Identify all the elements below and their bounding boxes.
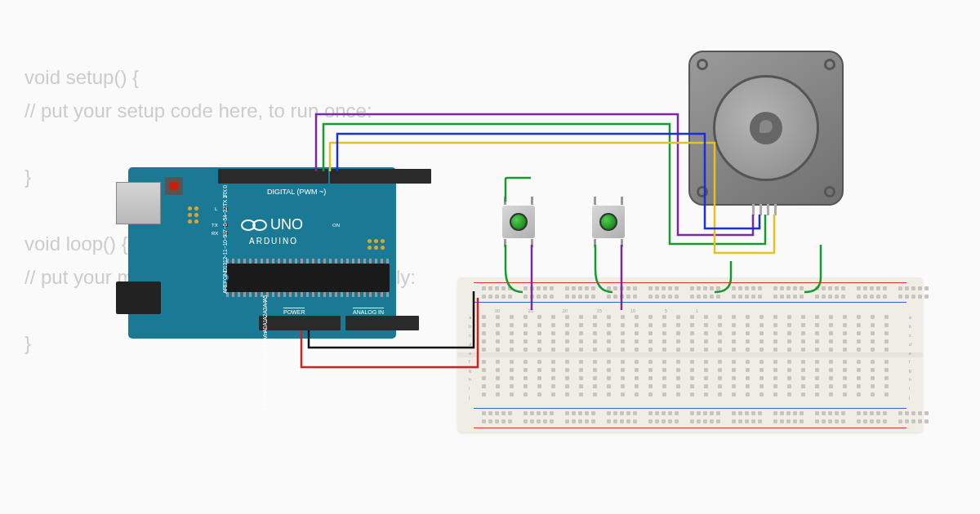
power-analog-pin-labels: IOREFRESET3.3V5VGNDGNDVinA0A1A2A3A4A5 — [261, 295, 268, 411]
breadboard-row-letters: fghij — [909, 359, 911, 400]
power-label: POWER — [283, 308, 305, 315]
icsp2-header-icon — [188, 206, 198, 224]
motor-mount-hole-icon — [697, 186, 708, 197]
rx-led-label: RX — [212, 231, 218, 236]
button-leg-icon — [531, 197, 533, 205]
motor-shaft-icon — [750, 112, 782, 144]
ground-rail-line — [474, 408, 906, 409]
button-leg-icon — [594, 197, 596, 205]
wire-btn1-sig[interactable] — [506, 178, 531, 202]
digital-pin-header-2[interactable] — [330, 169, 431, 184]
breadboard-row-letters: fghij — [469, 359, 471, 400]
digital-pin-header[interactable] — [218, 169, 328, 184]
motor-mount-hole-icon — [824, 186, 835, 197]
motor-mount-hole-icon — [824, 59, 835, 70]
tx-led-label: TX — [212, 223, 218, 228]
breadboard-row-letters: abcde — [909, 315, 911, 356]
digital-pin-labels: AREFGND1312~11~10~987~6~54~32TX 1RX 0 — [221, 185, 228, 294]
reset-button[interactable] — [165, 177, 183, 195]
button-leg-icon — [621, 197, 623, 205]
atmega-chip-icon — [226, 264, 390, 292]
push-button-2[interactable] — [588, 202, 629, 242]
breadboard-divider — [457, 352, 923, 357]
button-leg-icon — [531, 239, 533, 247]
digital-label: DIGITAL (PWM ~) — [267, 188, 326, 196]
push-button-1[interactable] — [498, 202, 539, 242]
on-led-label: ON — [332, 223, 340, 228]
arduino-uno-board[interactable]: DIGITAL (PWM ~) POWER ANALOG IN UNO ARDU… — [128, 159, 396, 347]
button-cap[interactable] — [510, 213, 528, 231]
l-led-label: L — [215, 206, 217, 211]
motor-mount-hole-icon — [697, 59, 708, 70]
power-rail-line — [474, 282, 906, 283]
arduino-brand: ARDUINO — [249, 237, 298, 246]
icsp-header-icon — [368, 239, 385, 250]
analog-label: ANALOG IN — [353, 308, 384, 315]
arduino-model: UNO — [270, 216, 303, 233]
stepper-motor[interactable] — [688, 51, 844, 206]
circuit-canvas[interactable]: DIGITAL (PWM ~) POWER ANALOG IN UNO ARDU… — [0, 0, 980, 514]
button-leg-icon — [504, 197, 506, 205]
breadboard[interactable]: 151015202530 abcde fghij abcde fghij — [457, 277, 923, 432]
usb-port-icon — [116, 182, 161, 224]
ground-rail-line — [474, 302, 906, 303]
power-pin-header[interactable] — [259, 316, 341, 330]
breadboard-row-letters: abcde — [469, 315, 471, 356]
motor-pin-header[interactable] — [752, 204, 777, 215]
power-rail-line — [474, 428, 906, 428]
breadboard-column-numbers: 151015202530 — [494, 308, 698, 313]
button-leg-icon — [621, 239, 623, 247]
button-leg-icon — [594, 239, 596, 247]
button-cap[interactable] — [599, 213, 617, 231]
button-leg-icon — [504, 239, 506, 247]
power-jack-icon — [116, 281, 161, 314]
analog-pin-header[interactable] — [345, 316, 419, 330]
arduino-logo: UNO — [241, 216, 303, 233]
